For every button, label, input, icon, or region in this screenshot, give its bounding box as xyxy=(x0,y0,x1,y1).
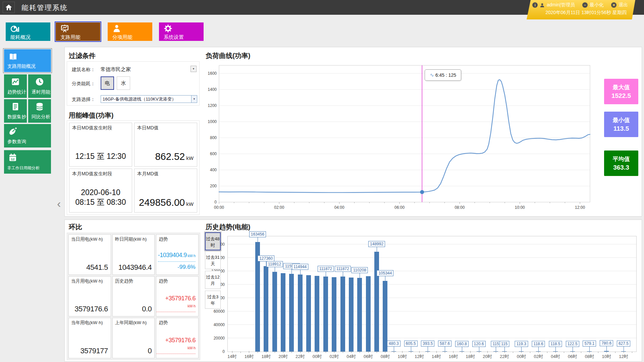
svg-text:1200: 1200 xyxy=(208,103,217,108)
bar[interactable] xyxy=(340,277,345,352)
bar-label-connector xyxy=(275,267,275,272)
minimize-label[interactable]: 最小化 xyxy=(590,2,604,8)
huanbi-trend-percent: -99.6% xyxy=(158,264,196,270)
bar[interactable] xyxy=(264,266,268,352)
line-chart[interactable]: 0200400600800100012001400160000:0002:000… xyxy=(202,61,601,215)
stat-card-3: 平均值363.3 xyxy=(604,150,638,176)
bar[interactable] xyxy=(349,278,354,352)
bar-value-label: 118.5 xyxy=(549,341,562,347)
sidebar-item-7[interactable]: 12非工作日用能分析 xyxy=(4,150,51,174)
huanbi-cell-1: 当日用电(kW·h)4541.5 xyxy=(68,234,111,275)
sidebar-item-2[interactable]: 趋势统计 xyxy=(4,74,27,98)
bar-x-tick xyxy=(564,352,564,353)
huanbi-cell-value: 3579176.6 xyxy=(74,305,108,313)
bar[interactable] xyxy=(357,278,362,352)
bar[interactable] xyxy=(332,277,336,352)
top-panel: 过滤条件 建筑名称： 常德市民之家 ▼ 分类能耗： 电 水 支路选择： 16GP… xyxy=(64,47,642,217)
sidebar-item-6[interactable]: 参数查询 xyxy=(4,124,51,147)
app-header: 能耗管理系统 i admin|管理员 − 最小化 ✕ 退出 2020年06月11… xyxy=(0,0,644,15)
sidebar-item-4[interactable]: 数据集抄 xyxy=(4,99,27,123)
sidebar-item-label: 数据集抄 xyxy=(7,114,25,120)
energy-option-water[interactable]: 水 xyxy=(117,76,130,90)
bar-label-connector xyxy=(555,347,556,352)
bar[interactable] xyxy=(298,275,303,352)
md-card-1: 本日MD值发生时段12:15 至 12:30 xyxy=(69,123,132,167)
bar[interactable] xyxy=(323,277,328,352)
bar-label-connector xyxy=(538,347,539,352)
bar[interactable] xyxy=(315,276,319,352)
trend-tab-2[interactable]: 过去31天 xyxy=(205,251,221,269)
module-tab-1[interactable]: 能耗概况 xyxy=(6,22,50,41)
bar-y-tick-label: 40000 xyxy=(214,322,225,327)
minimize-icon[interactable]: − xyxy=(582,2,588,8)
bar[interactable] xyxy=(281,273,285,352)
energy-option-electric[interactable]: 电 xyxy=(101,76,114,90)
bar-label-connector xyxy=(428,347,428,351)
sidebar-item-3[interactable]: 逐时用能 xyxy=(28,74,51,98)
svg-text:12: 12 xyxy=(11,157,15,161)
bar-chart-plot[interactable]: 2000040000600008000010000012000014000016… xyxy=(227,236,637,352)
branch-select[interactable]: 16GP-备供电源进线（110KV龙港变） ▼ xyxy=(101,95,197,103)
bar-x-tick xyxy=(291,352,292,353)
bar-x-tick-label: 10时 xyxy=(602,354,611,360)
bar-x-tick xyxy=(343,352,343,353)
bar-x-tick xyxy=(462,352,462,353)
huanbi-trend-value: +3579176.6 kW·h xyxy=(156,295,196,312)
datetime: 2020年06月11日 13时01分56秒 星期四 xyxy=(525,8,635,16)
logout-label[interactable]: 退出 xyxy=(619,2,628,8)
module-tab-label: 分项用能 xyxy=(112,34,152,41)
bar-value-label: 110208 xyxy=(352,267,368,273)
huanbi-trend-unit: kW·h xyxy=(187,304,196,308)
collapse-sidebar-handle[interactable]: ‹ xyxy=(57,198,61,209)
bar-label-connector xyxy=(496,347,496,352)
module-tab-2[interactable]: 支路用能 xyxy=(56,22,100,41)
svg-text:0: 0 xyxy=(214,200,217,204)
bar-x-tick-label: 18时 xyxy=(466,354,475,360)
bar-x-tick-label: 00时 xyxy=(517,354,526,360)
bar-x-tick xyxy=(360,352,360,353)
svg-text:12:00: 12:00 xyxy=(575,205,585,210)
trend-tab-3[interactable]: 过去12月 xyxy=(205,271,221,289)
huanbi-cell-value: 1043946.4 xyxy=(118,263,152,272)
bar-value-label: 393.5 xyxy=(421,341,434,347)
bar-value-label: 605.5 xyxy=(404,341,418,347)
bar-x-tick xyxy=(419,351,420,353)
bar[interactable] xyxy=(289,274,294,352)
building-combobox[interactable]: 常德市民之家 xyxy=(101,66,131,73)
module-tab-4[interactable]: 系统设置 xyxy=(159,22,204,41)
bar[interactable] xyxy=(604,351,609,352)
trend-tab-4[interactable]: 过去3年 xyxy=(205,291,221,309)
huanbi-cell-label: 趋势 xyxy=(159,236,168,242)
huanbi-cell-7: 当年用电(kW·h)3579177 xyxy=(68,318,111,358)
trend-tab-1[interactable]: 过去48时 xyxy=(205,232,221,250)
bar[interactable] xyxy=(272,272,277,352)
bar-x-tick xyxy=(445,352,445,353)
sidebar-item-5[interactable]: 同比分析 xyxy=(28,99,51,123)
bar[interactable] xyxy=(374,252,379,352)
md-card-value: 12:15 至 12:30 xyxy=(69,151,132,162)
close-icon[interactable]: ✕ xyxy=(611,2,616,8)
bar-x-tick-label: 12时 xyxy=(415,354,424,360)
md-card-label: 本日MD值发生时段 xyxy=(72,125,112,131)
bottom-panel: 环比 当日用电(kW·h)4541.5昨日同期(kW·h)1043946.4趋势… xyxy=(64,220,642,362)
home-icon[interactable] xyxy=(3,2,15,13)
bar-value-label: 105344 xyxy=(377,270,393,276)
sidebar-item-label: 趋势统计 xyxy=(7,89,25,95)
bar[interactable] xyxy=(366,276,371,352)
sidebar-item-1[interactable]: 支路用能概况 xyxy=(4,49,51,72)
huanbi-cell-label: 昨日同期(kW·h) xyxy=(115,236,147,242)
stat-card-value: 1522.5 xyxy=(604,92,638,100)
huanbi-cell-3: 趋势-1039404.9 kW·h-99.6% xyxy=(156,234,199,275)
sidebar: 支路用能概况趋势统计逐时用能数据集抄同比分析参数查询12非工作日用能分析 xyxy=(4,49,51,250)
md-card-2: 本日MD值862.52 kW xyxy=(134,123,197,167)
bar-x-tick-label: 04时 xyxy=(551,354,560,360)
bar-label-connector xyxy=(479,347,479,352)
building-dropdown-arrow-icon[interactable]: ▼ xyxy=(191,66,197,72)
info-icon[interactable]: i xyxy=(532,2,538,8)
bar[interactable] xyxy=(306,275,311,352)
peak-cards: 本日MD值发生时段12:15 至 12:30本日MD值862.52 kW本月MD… xyxy=(67,120,200,215)
bar-x-tick-label: 18时 xyxy=(261,354,270,360)
module-tab-3[interactable]: 分项用能 xyxy=(108,22,152,41)
huanbi-grid: 当日用电(kW·h)4541.5昨日同期(kW·h)1043946.4趋势-10… xyxy=(67,233,200,360)
bar-x-tick xyxy=(547,352,547,353)
